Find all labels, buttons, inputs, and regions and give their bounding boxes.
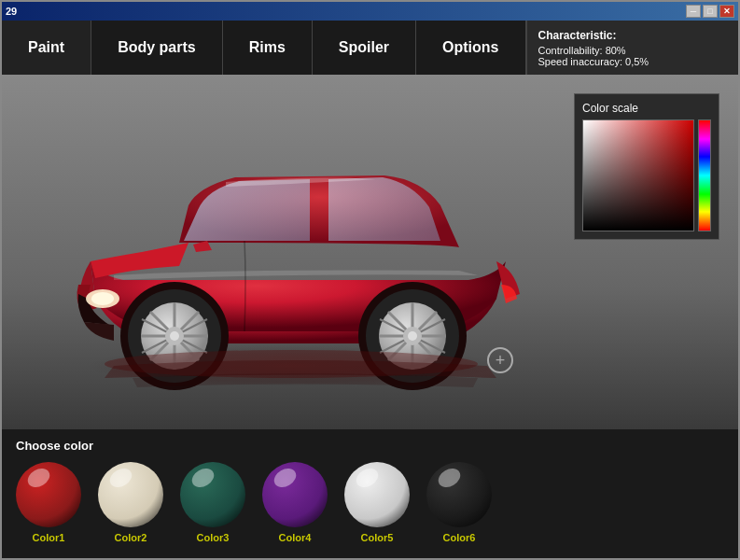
- color-ball-label-1: Color1: [33, 532, 65, 543]
- nav-paint[interactable]: Paint: [2, 21, 91, 75]
- hue-bar[interactable]: [698, 119, 711, 231]
- color-ball-label-3: Color3: [197, 532, 230, 543]
- svg-point-2: [91, 292, 114, 305]
- color-scale-panel: Color scale: [574, 93, 719, 240]
- color-swatch-5[interactable]: Color5: [344, 462, 410, 543]
- navbar: Paint Body parts Rims Spoiler Options Ch…: [2, 21, 738, 75]
- titlebar: 29 ─ □ ✕: [2, 2, 738, 21]
- color-gradient-box[interactable]: [582, 119, 694, 231]
- bottom-section: Choose color Color1Color2Color3Color4Col…: [2, 429, 738, 560]
- color-scale-container[interactable]: [582, 119, 711, 231]
- main-area: + Color scale: [2, 75, 738, 429]
- color-swatch-2[interactable]: Color2: [98, 462, 163, 543]
- choose-color-label: Choose color: [16, 439, 724, 453]
- maximize-button[interactable]: □: [703, 5, 718, 18]
- nav-options[interactable]: Options: [416, 21, 525, 75]
- color-swatch-4[interactable]: Color4: [262, 462, 328, 543]
- color-swatch-6[interactable]: Color6: [426, 462, 492, 543]
- color-ball-label-5: Color5: [361, 532, 394, 543]
- nav-body-parts[interactable]: Body parts: [91, 21, 223, 75]
- svg-point-24: [408, 331, 417, 341]
- car-svg: [39, 112, 543, 392]
- titlebar-title: 29: [6, 6, 17, 17]
- plus-icon[interactable]: +: [487, 347, 513, 373]
- color-swatch-3[interactable]: Color3: [180, 462, 245, 543]
- color-swatch-1[interactable]: Color1: [16, 462, 81, 543]
- minimize-button[interactable]: ─: [686, 5, 701, 18]
- characteristics-title: Characteristic:: [538, 29, 728, 42]
- color-ball-label-6: Color6: [443, 532, 476, 543]
- speed-inaccuracy-text: Speed inaccuracy: 0,5%: [538, 56, 728, 67]
- svg-point-13: [170, 331, 179, 341]
- car-display: [30, 103, 552, 401]
- color-ball-label-4: Color4: [279, 532, 312, 543]
- color-swatches: Color1Color2Color3Color4Color5Color6: [16, 462, 724, 543]
- nav-spoiler[interactable]: Spoiler: [313, 21, 416, 75]
- controllability-text: Controllability: 80%: [538, 45, 728, 56]
- titlebar-controls: ─ □ ✕: [686, 5, 734, 18]
- color-ball-label-2: Color2: [115, 532, 147, 543]
- close-button[interactable]: ✕: [719, 5, 734, 18]
- color-scale-label: Color scale: [582, 102, 711, 115]
- nav-rims[interactable]: Rims: [223, 21, 313, 75]
- characteristics-panel: Characteristic: Controllability: 80% Spe…: [526, 21, 739, 75]
